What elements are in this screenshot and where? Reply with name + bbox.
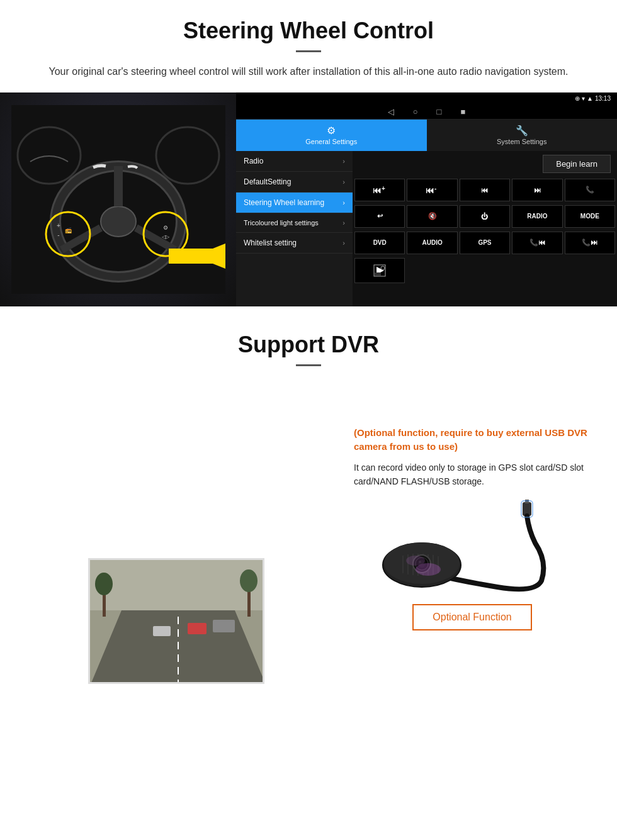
- menu-item-whitelist-label: Whitelist setting: [244, 238, 297, 247]
- svg-point-5: [101, 206, 136, 237]
- chevron-right-icon-5: ›: [342, 239, 345, 247]
- ctrl-power[interactable]: ⏻: [460, 205, 510, 228]
- dvr-title-area: Support DVR: [0, 313, 617, 379]
- page-title: Steering Wheel Control: [38, 18, 579, 44]
- dvr-info-card: (Optional function, require to buy exter…: [340, 413, 604, 644]
- ctrl-dvd[interactable]: DVD: [354, 232, 405, 254]
- dvr-description: It can record video only to storage in G…: [354, 461, 591, 489]
- steering-wheel-image: + - 📻 ⚙ ◁▷: [0, 92, 236, 306]
- control-grid-row3: DVD AUDIO GPS 📞⏮ 📞⏭: [353, 230, 617, 256]
- status-icons: ⊕ ▾ ▲ 13:13: [575, 95, 611, 102]
- dvr-screenshot-svg: [90, 560, 264, 684]
- ctrl-vol-up[interactable]: ⏮+: [354, 179, 405, 201]
- ctrl-gps[interactable]: GPS: [460, 232, 510, 254]
- svg-point-57: [240, 569, 258, 592]
- tab-system-label: System Settings: [497, 138, 546, 145]
- dvr-screenshot-thumbnail: [88, 558, 264, 684]
- android-panel: ⊕ ▾ ▲ 13:13 ◁ ○ □ ■ ⚙ General Settings 🔧…: [236, 92, 617, 306]
- ctrl-mode[interactable]: MODE: [565, 205, 615, 228]
- header-section: Steering Wheel Control Your original car…: [0, 0, 617, 92]
- chevron-right-icon-3: ›: [342, 199, 345, 206]
- status-bar: ⊕ ▾ ▲ 13:13: [236, 92, 617, 104]
- svg-rect-50: [188, 623, 207, 634]
- chevron-right-icon: ›: [342, 157, 345, 165]
- gear-icon: ⚙: [327, 125, 336, 137]
- svg-rect-52: [153, 626, 171, 636]
- svg-rect-17: [169, 249, 225, 264]
- nav-bar: ◁ ○ □ ■: [236, 104, 617, 120]
- svg-text:⚙: ⚙: [163, 225, 168, 231]
- svg-text:⏮: ⏮: [426, 186, 434, 195]
- signal-icon: ▲: [587, 95, 593, 102]
- svg-text:◁▷: ◁▷: [162, 234, 170, 240]
- control-grid-row4: [353, 256, 617, 285]
- begin-learn-row: Begin learn: [353, 151, 617, 177]
- svg-rect-51: [213, 620, 235, 632]
- tab-general-label: General Settings: [305, 138, 357, 145]
- system-icon: 🔧: [516, 125, 528, 137]
- menu-item-radio-label: Radio: [244, 157, 263, 165]
- menu-item-steering-label: Steering Wheel learning: [244, 198, 324, 207]
- menu-item-tricoloured-label: Tricoloured light settings: [244, 219, 319, 227]
- menu-item-default[interactable]: DefaultSetting ›: [236, 172, 353, 193]
- tab-general-settings[interactable]: ⚙ General Settings: [236, 120, 427, 151]
- svg-text:-: -: [57, 232, 59, 238]
- menu-controls-area: Radio › DefaultSetting › Steering Wheel …: [236, 151, 617, 306]
- ctrl-vol-down[interactable]: ⏮-: [407, 179, 457, 201]
- svg-text:+: +: [382, 185, 385, 192]
- dvr-camera-image: [354, 496, 591, 596]
- dvr-optional-text: (Optional function, require to buy exter…: [354, 426, 591, 454]
- controls-panel: Begin learn ⏮+ ⏮- ⏮ ⏭ 📞 ↩: [353, 151, 617, 306]
- home-nav-icon[interactable]: ○: [413, 107, 418, 116]
- svg-point-25: [381, 266, 385, 270]
- menu-item-tricoloured[interactable]: Tricoloured light settings ›: [236, 213, 353, 233]
- dvr-title: Support DVR: [38, 332, 579, 358]
- ctrl-next[interactable]: ⏭: [512, 179, 562, 201]
- ctrl-record[interactable]: [354, 258, 405, 283]
- svg-text:-: -: [434, 185, 436, 192]
- menu-nav-icon[interactable]: ■: [460, 107, 465, 116]
- subtitle-text: Your original car's steering wheel contr…: [38, 64, 579, 80]
- steering-section: + - 📻 ⚙ ◁▷ ⊕ ▾ ▲ 13:13 ◁: [0, 92, 617, 306]
- svg-point-55: [95, 573, 113, 595]
- ctrl-mute[interactable]: 🔇: [407, 205, 457, 228]
- ctrl-call-prev[interactable]: 📞⏮: [512, 232, 562, 254]
- svg-text:+: +: [57, 222, 60, 229]
- ctrl-radio[interactable]: RADIO: [512, 205, 562, 228]
- steering-wheel-svg: + - 📻 ⚙ ◁▷: [11, 105, 225, 294]
- control-grid-row2: ↩ 🔇 ⏻ RADIO MODE: [353, 203, 617, 230]
- title-divider: [296, 50, 321, 52]
- svg-rect-53: [90, 560, 264, 610]
- svg-rect-24: [375, 272, 381, 276]
- menu-list: Radio › DefaultSetting › Steering Wheel …: [236, 151, 353, 306]
- ctrl-call[interactable]: 📞: [565, 179, 615, 201]
- control-grid-row1: ⏮+ ⏮- ⏮ ⏭ 📞: [353, 177, 617, 203]
- svg-text:⏮: ⏮: [373, 186, 381, 195]
- menu-item-whitelist[interactable]: Whitelist setting ›: [236, 233, 353, 254]
- dvr-section: Support DVR (Optional function, require …: [0, 306, 617, 734]
- location-icon: ⊕: [575, 95, 580, 102]
- menu-item-default-label: DefaultSetting: [244, 177, 291, 186]
- chevron-right-icon-4: ›: [342, 219, 345, 227]
- tab-system-settings[interactable]: 🔧 System Settings: [427, 120, 618, 151]
- wifi-icon: ▾: [582, 95, 585, 102]
- svg-point-76: [406, 556, 425, 566]
- ctrl-hangup[interactable]: ↩: [354, 205, 405, 228]
- menu-item-radio[interactable]: Radio ›: [236, 151, 353, 172]
- time-display: 13:13: [595, 95, 611, 102]
- recents-nav-icon[interactable]: □: [437, 107, 442, 116]
- dvr-camera-svg: [371, 499, 573, 593]
- ctrl-audio[interactable]: AUDIO: [407, 232, 457, 254]
- optional-function-button[interactable]: Optional Function: [412, 604, 531, 630]
- back-nav-icon[interactable]: ◁: [388, 107, 394, 116]
- tab-bar: ⚙ General Settings 🔧 System Settings: [236, 120, 617, 151]
- svg-rect-59: [525, 500, 529, 503]
- ctrl-prev[interactable]: ⏮: [460, 179, 510, 201]
- svg-text:📻: 📻: [64, 227, 72, 234]
- dvr-title-divider: [296, 364, 321, 366]
- menu-item-steering[interactable]: Steering Wheel learning ›: [236, 193, 353, 213]
- ctrl-call-next[interactable]: 📞⏭: [565, 232, 615, 254]
- begin-learn-button[interactable]: Begin learn: [543, 155, 611, 173]
- chevron-right-icon-2: ›: [342, 178, 345, 186]
